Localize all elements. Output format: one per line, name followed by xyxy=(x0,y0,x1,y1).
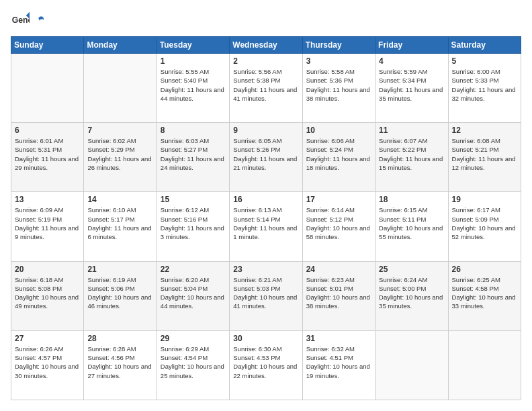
day-number: 9 xyxy=(233,126,298,135)
day-cell: 27 Sunrise: 6:26 AMSunset: 4:57 PMDaylig… xyxy=(11,330,84,400)
day-info: Sunrise: 6:25 AMSunset: 4:58 PMDaylight:… xyxy=(452,275,517,311)
day-cell: 25 Sunrise: 6:24 AMSunset: 5:00 PMDaylig… xyxy=(375,261,448,330)
logo-bird-icon xyxy=(33,15,45,27)
day-number: 26 xyxy=(452,265,517,274)
day-info: Sunrise: 6:13 AMSunset: 5:14 PMDaylight:… xyxy=(233,205,298,241)
day-number: 31 xyxy=(306,334,371,343)
day-cell: 13 Sunrise: 6:09 AMSunset: 5:19 PMDaylig… xyxy=(11,192,84,261)
day-number: 12 xyxy=(452,126,517,135)
day-number: 23 xyxy=(233,265,298,274)
svg-text:General: General xyxy=(12,15,30,25)
day-info: Sunrise: 6:23 AMSunset: 5:01 PMDaylight:… xyxy=(306,275,371,311)
day-number: 13 xyxy=(15,195,80,204)
day-cell: 7 Sunrise: 6:02 AMSunset: 5:29 PMDayligh… xyxy=(84,123,157,192)
day-info: Sunrise: 6:09 AMSunset: 5:19 PMDaylight:… xyxy=(15,205,80,241)
day-info: Sunrise: 6:00 AMSunset: 5:33 PMDaylight:… xyxy=(452,67,517,103)
week-row-5: 27 Sunrise: 6:26 AMSunset: 4:57 PMDaylig… xyxy=(11,330,521,400)
day-cell xyxy=(448,330,521,400)
day-info: Sunrise: 6:12 AMSunset: 5:16 PMDaylight:… xyxy=(161,205,226,241)
day-cell: 6 Sunrise: 6:01 AMSunset: 5:31 PMDayligh… xyxy=(11,123,84,192)
day-number: 2 xyxy=(233,56,298,66)
day-cell: 31 Sunrise: 6:32 AMSunset: 4:51 PMDaylig… xyxy=(302,330,375,400)
day-cell: 4 Sunrise: 5:59 AMSunset: 5:34 PMDayligh… xyxy=(375,54,448,123)
day-info: Sunrise: 6:21 AMSunset: 5:03 PMDaylight:… xyxy=(233,275,298,311)
weekday-thursday: Thursday xyxy=(302,37,375,54)
weekday-monday: Monday xyxy=(84,37,157,54)
day-info: Sunrise: 6:32 AMSunset: 4:51 PMDaylight:… xyxy=(306,345,371,380)
day-cell: 11 Sunrise: 6:07 AMSunset: 5:22 PMDaylig… xyxy=(375,123,448,192)
day-number: 6 xyxy=(15,126,80,135)
day-info: Sunrise: 5:56 AMSunset: 5:38 PMDaylight:… xyxy=(233,67,298,103)
day-info: Sunrise: 6:20 AMSunset: 5:04 PMDaylight:… xyxy=(161,275,226,311)
day-cell: 1 Sunrise: 5:55 AMSunset: 5:40 PMDayligh… xyxy=(157,54,229,123)
day-cell: 29 Sunrise: 6:29 AMSunset: 4:54 PMDaylig… xyxy=(157,330,229,400)
day-info: Sunrise: 6:14 AMSunset: 5:12 PMDaylight:… xyxy=(306,205,371,241)
day-cell xyxy=(84,54,157,123)
day-number: 20 xyxy=(15,265,80,274)
week-row-3: 13 Sunrise: 6:09 AMSunset: 5:19 PMDaylig… xyxy=(11,192,521,261)
day-cell xyxy=(11,54,84,123)
week-row-2: 6 Sunrise: 6:01 AMSunset: 5:31 PMDayligh… xyxy=(11,123,521,192)
day-number: 27 xyxy=(15,334,80,343)
day-number: 15 xyxy=(161,195,226,204)
day-number: 18 xyxy=(379,195,444,204)
page-header: General xyxy=(11,11,521,30)
day-info: Sunrise: 6:08 AMSunset: 5:21 PMDaylight:… xyxy=(452,136,517,172)
day-info: Sunrise: 5:55 AMSunset: 5:40 PMDaylight:… xyxy=(161,67,226,103)
day-info: Sunrise: 6:06 AMSunset: 5:24 PMDaylight:… xyxy=(306,136,371,172)
day-cell: 21 Sunrise: 6:19 AMSunset: 5:06 PMDaylig… xyxy=(84,261,157,330)
day-info: Sunrise: 6:29 AMSunset: 4:54 PMDaylight:… xyxy=(161,345,226,380)
day-cell: 10 Sunrise: 6:06 AMSunset: 5:24 PMDaylig… xyxy=(302,123,375,192)
day-number: 1 xyxy=(161,56,226,66)
day-number: 17 xyxy=(306,195,371,204)
day-cell xyxy=(375,330,448,400)
day-number: 21 xyxy=(87,265,152,274)
day-cell: 2 Sunrise: 5:56 AMSunset: 5:38 PMDayligh… xyxy=(230,54,302,123)
day-number: 22 xyxy=(161,265,226,274)
weekday-header-row: SundayMondayTuesdayWednesdayThursdayFrid… xyxy=(11,37,521,54)
weekday-friday: Friday xyxy=(375,37,448,54)
day-info: Sunrise: 6:15 AMSunset: 5:11 PMDaylight:… xyxy=(379,205,444,241)
day-number: 16 xyxy=(233,195,298,204)
day-number: 7 xyxy=(87,126,152,135)
day-cell: 26 Sunrise: 6:25 AMSunset: 4:58 PMDaylig… xyxy=(448,261,521,330)
day-info: Sunrise: 6:07 AMSunset: 5:22 PMDaylight:… xyxy=(379,136,444,172)
weekday-wednesday: Wednesday xyxy=(230,37,302,54)
day-info: Sunrise: 6:05 AMSunset: 5:26 PMDaylight:… xyxy=(233,136,298,172)
day-cell: 18 Sunrise: 6:15 AMSunset: 5:11 PMDaylig… xyxy=(375,192,448,261)
day-info: Sunrise: 6:02 AMSunset: 5:29 PMDaylight:… xyxy=(87,136,152,172)
day-info: Sunrise: 6:28 AMSunset: 4:56 PMDaylight:… xyxy=(87,345,152,380)
day-cell: 22 Sunrise: 6:20 AMSunset: 5:04 PMDaylig… xyxy=(157,261,229,330)
day-info: Sunrise: 5:59 AMSunset: 5:34 PMDaylight:… xyxy=(379,67,444,103)
week-row-4: 20 Sunrise: 6:18 AMSunset: 5:08 PMDaylig… xyxy=(11,261,521,330)
day-cell: 20 Sunrise: 6:18 AMSunset: 5:08 PMDaylig… xyxy=(11,261,84,330)
day-cell: 12 Sunrise: 6:08 AMSunset: 5:21 PMDaylig… xyxy=(448,123,521,192)
day-number: 24 xyxy=(306,265,371,274)
day-cell: 19 Sunrise: 6:17 AMSunset: 5:09 PMDaylig… xyxy=(448,192,521,261)
day-cell: 15 Sunrise: 6:12 AMSunset: 5:16 PMDaylig… xyxy=(157,192,229,261)
day-number: 3 xyxy=(306,56,371,66)
day-number: 30 xyxy=(233,334,298,343)
day-number: 28 xyxy=(87,334,152,343)
day-info: Sunrise: 6:26 AMSunset: 4:57 PMDaylight:… xyxy=(15,345,80,380)
logo: General xyxy=(11,11,46,30)
day-number: 19 xyxy=(452,195,517,204)
day-cell: 30 Sunrise: 6:30 AMSunset: 4:53 PMDaylig… xyxy=(230,330,302,400)
day-number: 11 xyxy=(379,126,444,135)
day-cell: 5 Sunrise: 6:00 AMSunset: 5:33 PMDayligh… xyxy=(448,54,521,123)
day-info: Sunrise: 6:30 AMSunset: 4:53 PMDaylight:… xyxy=(233,345,298,380)
day-number: 4 xyxy=(379,56,444,66)
day-info: Sunrise: 6:18 AMSunset: 5:08 PMDaylight:… xyxy=(15,275,80,311)
logo-icon: General xyxy=(11,11,30,30)
day-info: Sunrise: 6:10 AMSunset: 5:17 PMDaylight:… xyxy=(87,205,152,241)
day-cell: 8 Sunrise: 6:03 AMSunset: 5:27 PMDayligh… xyxy=(157,123,229,192)
weekday-tuesday: Tuesday xyxy=(157,37,229,54)
day-cell: 3 Sunrise: 5:58 AMSunset: 5:36 PMDayligh… xyxy=(302,54,375,123)
day-number: 10 xyxy=(306,126,371,135)
day-info: Sunrise: 5:58 AMSunset: 5:36 PMDaylight:… xyxy=(306,67,371,103)
day-info: Sunrise: 6:01 AMSunset: 5:31 PMDaylight:… xyxy=(15,136,80,172)
day-cell: 14 Sunrise: 6:10 AMSunset: 5:17 PMDaylig… xyxy=(84,192,157,261)
day-number: 5 xyxy=(452,56,517,66)
day-info: Sunrise: 6:03 AMSunset: 5:27 PMDaylight:… xyxy=(161,136,226,172)
day-number: 14 xyxy=(87,195,152,204)
